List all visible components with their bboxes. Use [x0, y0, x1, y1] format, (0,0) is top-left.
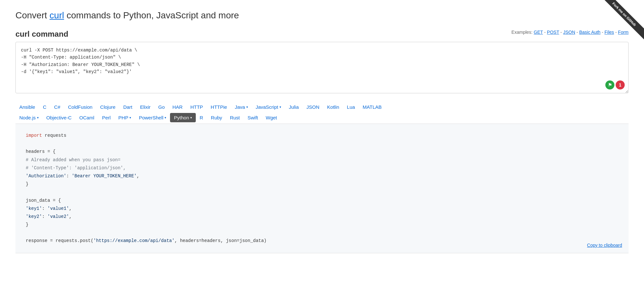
php-dropdown-arrow: ▾	[129, 116, 131, 119]
example-json[interactable]: JSON	[563, 30, 575, 35]
code-response: response = requests.post(	[26, 238, 93, 243]
code-line-headers-close: }	[26, 180, 618, 188]
tab-objectivec[interactable]: Objective-C	[43, 113, 75, 122]
code-key1: 'key1'	[26, 206, 42, 211]
tab-ruby[interactable]: Ruby	[207, 113, 226, 122]
example-get[interactable]: GET	[534, 30, 543, 35]
python-dropdown-arrow: ▾	[190, 116, 192, 119]
code-url: 'https://example.com/api/data'	[93, 238, 175, 243]
code-key2-comma: ,	[69, 214, 71, 219]
tab-ocaml[interactable]: OCaml	[75, 113, 98, 122]
examples-prefix: Examples:	[511, 30, 534, 35]
tab-php[interactable]: PHP ▾	[115, 113, 135, 122]
curl-link[interactable]: curl	[50, 10, 64, 20]
lang-tabs: Ansible C C# ColdFusion Clojure Dart Eli…	[15, 102, 629, 124]
code-line-auth: 'Authorization': 'Bearer YOUR_TOKEN_HERE…	[26, 172, 618, 180]
tab-javascript[interactable]: JavaScript ▾	[252, 102, 285, 112]
title-suffix: commands to Python, JavaScript and more	[64, 10, 239, 20]
title-prefix: Convert	[15, 10, 50, 20]
keyword-import: import	[26, 133, 42, 138]
tab-json[interactable]: JSON	[303, 102, 323, 112]
code-line-blank3	[26, 229, 618, 237]
code-line-comment2: # 'Content-Type': 'application/json',	[26, 164, 618, 172]
curl-header-row: curl command Examples: GET - POST - JSON…	[15, 30, 629, 42]
tab-coldfusion[interactable]: ColdFusion	[64, 102, 96, 112]
code-line-response: response = requests.post('https://exampl…	[26, 237, 618, 245]
tab-java[interactable]: Java ▾	[231, 102, 252, 112]
tab-httppie[interactable]: HTTPie	[207, 102, 231, 112]
fork-ribbon[interactable]: Fork me on GitHub	[596, 0, 644, 48]
tab-c[interactable]: C	[39, 102, 50, 112]
code-line-comment1: # Already added when you pass json=	[26, 156, 618, 164]
code-auth-comma: ,	[137, 173, 139, 179]
code-line-headers-open: headers = {	[26, 148, 618, 156]
tab-http[interactable]: HTTP	[186, 102, 207, 112]
js-dropdown-arrow: ▾	[279, 105, 281, 109]
tab-powershell[interactable]: PowerShell ▾	[135, 113, 170, 122]
tab-go[interactable]: Go	[154, 102, 168, 112]
tab-lua[interactable]: Lua	[343, 102, 359, 112]
code-auth-colon: :	[66, 173, 72, 179]
code-key2-colon: :	[42, 214, 47, 219]
tab-har[interactable]: HAR	[169, 102, 187, 112]
code-val2: 'value2'	[47, 214, 69, 219]
ps-dropdown-arrow: ▾	[165, 116, 166, 119]
tab-swift[interactable]: Swift	[244, 113, 262, 122]
tab-csharp[interactable]: C#	[50, 102, 64, 112]
code-key1-colon: :	[42, 206, 47, 211]
copy-to-clipboard-button[interactable]: Copy to clipboard	[587, 243, 622, 248]
code-comment2: # 'Content-Type': 'application/json',	[26, 165, 126, 171]
nodejs-dropdown-arrow: ▾	[37, 116, 39, 119]
code-output: import requests headers = { # Already ad…	[15, 124, 629, 253]
code-line-import: import requests	[26, 132, 618, 140]
tab-nodejs[interactable]: Node.js ▾	[15, 113, 43, 122]
code-key2: 'key2'	[26, 214, 42, 219]
lang-tabs-row2: Node.js ▾ Objective-C OCaml Perl PHP ▾ P…	[15, 113, 629, 122]
code-line-blank1	[26, 140, 618, 148]
code-auth-key: 'Authorization'	[26, 173, 66, 179]
tab-ansible[interactable]: Ansible	[15, 102, 39, 112]
code-val1: 'value1'	[47, 206, 69, 211]
page-header: Convert curl commands to Python, JavaScr…	[15, 10, 629, 21]
lang-tabs-row1: Ansible C C# ColdFusion Clojure Dart Eli…	[15, 102, 629, 112]
curl-section-label: curl command	[15, 30, 68, 39]
tab-rust[interactable]: Rust	[226, 113, 244, 122]
code-auth-val: 'Bearer YOUR_TOKEN_HERE'	[72, 173, 137, 179]
code-line-key2: 'key2': 'value2',	[26, 213, 618, 221]
fork-ribbon-link[interactable]: Fork me on GitHub	[599, 0, 644, 40]
curl-input-wrapper: curl -X POST https://example.com/api/dat…	[15, 42, 629, 93]
code-line-json-close: }	[26, 221, 618, 229]
tab-clojure[interactable]: Clojure	[96, 102, 119, 112]
code-requests: requests	[45, 133, 66, 138]
code-key1-comma: ,	[69, 206, 71, 211]
tab-julia[interactable]: Julia	[285, 102, 303, 112]
tab-r[interactable]: R	[196, 113, 207, 122]
code-line-blank2	[26, 188, 618, 196]
curl-section: curl command Examples: GET - POST - JSON…	[15, 30, 629, 93]
code-line-key1: 'key1': 'value1',	[26, 205, 618, 213]
icon-btn-red[interactable]: 1	[616, 80, 625, 89]
tab-elixir[interactable]: Elixir	[136, 102, 155, 112]
curl-icons: ⚑ 1	[605, 80, 625, 89]
example-post[interactable]: POST	[547, 30, 559, 35]
icon-btn-green[interactable]: ⚑	[605, 80, 614, 89]
tab-python[interactable]: Python ▾	[170, 113, 196, 122]
tab-perl[interactable]: Perl	[98, 113, 115, 122]
code-comment1: # Already added when you pass json=	[26, 157, 120, 163]
code-response-args: , headers=headers, json=json_data)	[175, 238, 267, 243]
tab-kotlin[interactable]: Kotlin	[323, 102, 343, 112]
curl-input[interactable]: curl -X POST https://example.com/api/dat…	[15, 42, 629, 93]
page-title: Convert curl commands to Python, JavaScr…	[15, 10, 629, 21]
tab-dart[interactable]: Dart	[119, 102, 136, 112]
tab-wget[interactable]: Wget	[262, 113, 281, 122]
tab-matlab[interactable]: MATLAB	[359, 102, 385, 112]
code-line-json-open: json_data = {	[26, 197, 618, 205]
java-dropdown-arrow: ▾	[246, 105, 248, 109]
